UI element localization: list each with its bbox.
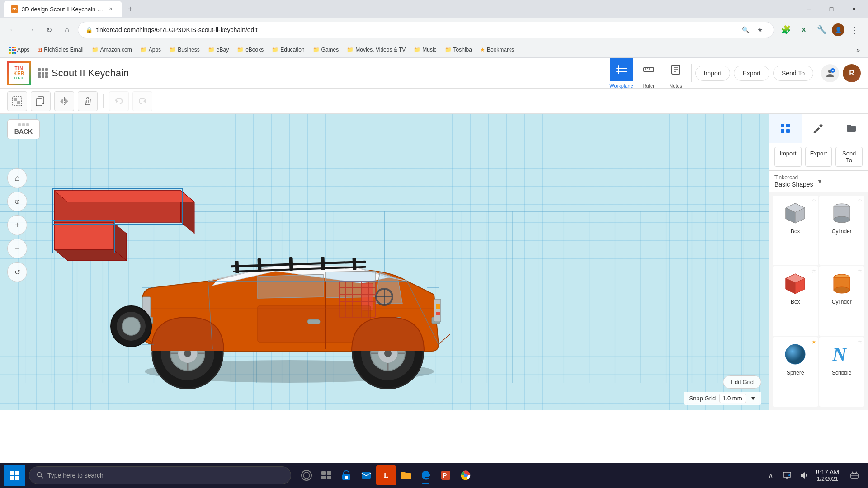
delete-button[interactable] (78, 91, 98, 111)
folder-icon-ebooks: 📁 (237, 47, 244, 53)
bookmark-star-icon[interactable]: ★ (754, 23, 766, 36)
shape-cylinder-orange[interactable]: ☆ Cylinder (819, 266, 865, 336)
tray-volume-icon[interactable] (796, 468, 811, 483)
url-bar[interactable]: 🔒 tinkercad.com/things/6r7LGP3DKIS-scout… (78, 22, 774, 38)
start-button[interactable] (4, 465, 25, 486)
bookmark-bookmarks[interactable]: ★ Bookmarks (476, 45, 518, 55)
shape-star-cylinder-orange[interactable]: ☆ (858, 268, 863, 274)
home-button[interactable]: ⌂ (60, 23, 74, 37)
delete-icon (83, 96, 93, 106)
shape-box-gray[interactable]: ☆ Box (773, 196, 818, 265)
address-icons: 🔍 ★ (739, 23, 766, 36)
active-tab[interactable]: 3D 3D design Scout II Keychain | Tin... … (4, 1, 122, 17)
bookmark-toshiba[interactable]: 📁 Toshiba (441, 45, 476, 55)
build-panel-button[interactable] (802, 114, 835, 143)
zoom-out-button[interactable]: − (7, 239, 27, 258)
shape-star-box-gray[interactable]: ☆ (811, 197, 816, 204)
bookmark-business[interactable]: 📁 Business (165, 45, 203, 55)
menu-grid-icon[interactable] (38, 68, 48, 78)
shape-star-cylinder-gray[interactable]: ☆ (858, 197, 863, 204)
settings-menu-icon[interactable]: ⋮ (846, 22, 863, 38)
folder-icon-panel (846, 123, 857, 134)
shape-cylinder-gray[interactable]: ☆ Cylinder (819, 196, 865, 265)
3d-viewport[interactable]: BACK ⌂ ⊕ + − ↺ (0, 114, 769, 410)
tab-close-button[interactable]: × (107, 5, 115, 13)
notification-button[interactable] (844, 465, 864, 485)
shapes-panel-button[interactable] (769, 114, 802, 143)
workplane-button[interactable]: Workplane (609, 58, 633, 89)
task-view-button[interactable] (316, 465, 336, 485)
bookmark-ebay[interactable]: 📁 eBay (204, 45, 232, 55)
maximize-button[interactable]: □ (821, 2, 842, 16)
taskbar-folder-icon[interactable] (396, 465, 416, 485)
shape-star-sphere-blue[interactable]: ★ (811, 339, 816, 345)
export-button[interactable]: Export (734, 66, 769, 81)
extensions-icon[interactable]: 🧩 (778, 22, 794, 38)
close-button[interactable]: × (844, 2, 864, 16)
shape-star-box-red[interactable]: ☆ (811, 268, 816, 274)
taskbar-app1-icon[interactable]: P (436, 465, 456, 485)
bookmark-apps-grid[interactable]: Apps (5, 45, 33, 55)
user-account-icon[interactable]: + (821, 64, 839, 82)
copy-button[interactable] (31, 91, 51, 111)
shape-star-scribble[interactable]: ☆ (858, 339, 863, 345)
folder-panel-button[interactable] (835, 114, 868, 143)
tray-chevron-icon[interactable]: ∧ (764, 468, 778, 483)
minimize-button[interactable]: ─ (798, 2, 819, 16)
tray-monitor-icon[interactable] (780, 468, 794, 483)
mirror-button[interactable] (54, 91, 74, 111)
bookmark-music[interactable]: 📁 Music (410, 45, 440, 55)
taskbar-edge-icon[interactable] (416, 465, 436, 485)
puzzle-extension-icon[interactable]: 🔧 (814, 22, 830, 38)
shape-brand-label: Tinkercad (774, 174, 813, 181)
shape-sphere-blue[interactable]: ★ Sphere (773, 337, 818, 407)
bookmarks-more-button[interactable]: » (854, 44, 863, 55)
bookmark-apps-folder[interactable]: 📁 Apps (137, 45, 165, 55)
taskbar-mail-icon[interactable] (356, 465, 376, 485)
edit-grid-button[interactable]: Edit Grid (723, 375, 761, 389)
bookmark-movies[interactable]: 📁 Movies, Videos & TV (343, 45, 409, 55)
taskbar-search-icon (37, 472, 44, 479)
rotate-view-button[interactable]: ↺ (7, 262, 27, 282)
back-button[interactable]: ← (5, 23, 20, 37)
ruler-button[interactable]: Ruler (637, 58, 660, 89)
import-action-button[interactable]: Import (774, 147, 802, 167)
reload-button[interactable]: ↻ (42, 23, 56, 37)
system-clock[interactable]: 8:17 AM 1/2/2021 (812, 469, 843, 482)
undo-button[interactable] (109, 91, 129, 111)
shape-scribble[interactable]: ☆ N Scribble (819, 337, 865, 407)
snap-grid-arrow[interactable]: ▼ (750, 395, 756, 402)
cortana-button[interactable] (297, 465, 316, 485)
home-view-button[interactable]: ⌂ (7, 168, 27, 188)
taskbar-store-icon[interactable] (336, 465, 356, 485)
search-in-page-icon[interactable]: 🔍 (739, 23, 752, 36)
taskbar-search-bar[interactable]: Type here to search (29, 466, 291, 484)
new-tab-button[interactable]: + (124, 3, 137, 15)
taskbar-lens-icon[interactable]: L (376, 465, 396, 485)
snap-grid-input[interactable] (719, 394, 746, 403)
category-dropdown-arrow[interactable]: ▼ (817, 178, 823, 185)
bookmark-education[interactable]: 📁 Education (268, 45, 308, 55)
bookmark-richsales[interactable]: ⊞ RichSales Email (34, 45, 87, 55)
excel-extension-icon[interactable]: X (796, 22, 812, 38)
forward-button[interactable]: → (24, 23, 38, 37)
shape-box-red[interactable]: ☆ Box (773, 266, 818, 336)
tinkercad-logo[interactable]: TIN KER CAD (7, 61, 31, 85)
export-action-button[interactable]: Export (805, 147, 832, 167)
send-to-button[interactable]: Send To (773, 66, 813, 81)
send-to-action-button[interactable]: Send To (835, 147, 863, 167)
zoom-in-button[interactable]: + (7, 215, 27, 235)
svg-rect-45 (321, 257, 325, 270)
group-button[interactable] (7, 91, 27, 111)
redo-button[interactable] (132, 91, 152, 111)
notes-button[interactable]: Notes (664, 58, 688, 89)
shape-category-selector[interactable]: Tinkercad Basic Shapes ▼ (769, 171, 868, 192)
fit-view-button[interactable]: ⊕ (7, 192, 27, 211)
bookmark-games[interactable]: 📁 Games (309, 45, 343, 55)
taskbar-chrome-icon[interactable] (456, 465, 476, 485)
bookmark-ebooks[interactable]: 📁 eBooks (233, 45, 267, 55)
tinkercad-profile-avatar[interactable]: R (843, 64, 861, 82)
bookmark-amazon[interactable]: 📁 Amazon.com (88, 45, 136, 55)
profile-avatar[interactable]: 👤 (832, 23, 844, 36)
import-button[interactable]: Import (695, 66, 731, 81)
